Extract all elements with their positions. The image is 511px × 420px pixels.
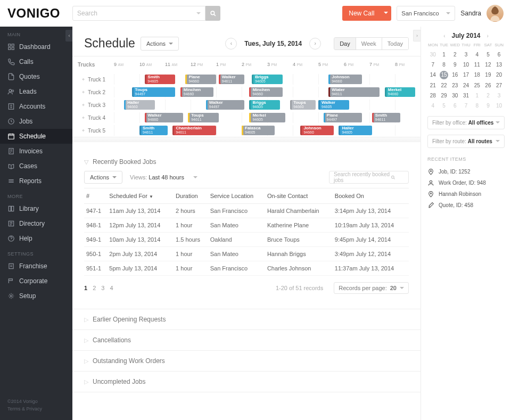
cal-day-30[interactable]: 30 bbox=[449, 90, 460, 101]
page-1[interactable]: 1 bbox=[84, 285, 87, 291]
cal-day-5[interactable]: 5 bbox=[439, 101, 450, 111]
accordion-earlier-opening-requests[interactable]: ▷Earlier Opening Requests bbox=[72, 309, 421, 330]
sidebar-item-leads[interactable]: Leads bbox=[0, 84, 72, 99]
cal-day-25[interactable]: 25 bbox=[472, 80, 483, 90]
gantt-job[interactable]: Chamberlain94611 bbox=[172, 126, 216, 135]
cal-day-8[interactable]: 8 bbox=[472, 101, 483, 111]
search-input[interactable]: Search bbox=[72, 6, 205, 21]
prev-day[interactable]: ‹ bbox=[225, 38, 237, 50]
page-4[interactable]: 4 bbox=[110, 285, 113, 291]
schedule-actions[interactable]: Actions bbox=[141, 37, 179, 51]
cal-day-4[interactable]: 4 bbox=[472, 50, 483, 60]
cal-day-21[interactable]: 21 bbox=[427, 80, 439, 90]
cal-day-1[interactable]: 1 bbox=[472, 90, 483, 101]
col-3[interactable]: Service Location bbox=[208, 188, 265, 204]
cal-day-15[interactable]: 15 bbox=[440, 71, 448, 79]
gantt-job[interactable]: Merkel94605 bbox=[249, 113, 285, 122]
gantt-job[interactable]: Merkel94660 bbox=[385, 87, 416, 97]
cal-day-5[interactable]: 5 bbox=[483, 50, 494, 60]
accordion-cancellations[interactable]: ▷Cancellations bbox=[72, 330, 421, 350]
right-panel-collapse[interactable]: › bbox=[413, 30, 421, 42]
cal-day-3[interactable]: 3 bbox=[460, 50, 472, 60]
accordion-outstanding-work-orders[interactable]: ▷Outstanding Work Orders bbox=[72, 350, 421, 371]
gantt-job[interactable]: Minchen94660 bbox=[180, 87, 213, 97]
gantt-job[interactable]: Smith94611 bbox=[139, 126, 168, 135]
cal-day-8[interactable]: 8 bbox=[439, 60, 450, 70]
gantt-job[interactable]: Toups94611 bbox=[188, 113, 219, 122]
cal-day-30[interactable]: 30 bbox=[427, 50, 439, 60]
col-4[interactable]: On-site Contact bbox=[265, 188, 333, 204]
gantt-job[interactable]: Walker94605 bbox=[318, 100, 349, 110]
sidebar-item-setup[interactable]: Setup bbox=[0, 289, 72, 303]
gantt-job[interactable]: Smith94605 bbox=[145, 75, 176, 84]
new-call-dropdown[interactable] bbox=[381, 6, 391, 21]
page-2[interactable]: 2 bbox=[93, 285, 96, 291]
gantt-job[interactable]: Walker94660 bbox=[145, 113, 183, 122]
gantt-job[interactable]: Walker94497 bbox=[206, 100, 244, 110]
sidebar-item-help[interactable]: Help bbox=[0, 231, 72, 246]
footer-terms[interactable]: Terms & Privacy bbox=[7, 406, 65, 413]
cal-day-7[interactable]: 7 bbox=[427, 60, 439, 70]
page-3[interactable]: 3 bbox=[101, 285, 104, 291]
avatar[interactable] bbox=[487, 5, 504, 22]
gantt-job[interactable]: Briggs94605 bbox=[249, 100, 280, 110]
city-select[interactable]: San Francisco bbox=[397, 6, 455, 21]
cal-day-9[interactable]: 9 bbox=[483, 101, 494, 111]
recent-item[interactable]: Job, ID: 1252 bbox=[427, 166, 505, 177]
col-5[interactable]: Booked On bbox=[333, 188, 409, 204]
cal-day-4[interactable]: 4 bbox=[427, 101, 439, 111]
col-1[interactable]: Scheduled For ▼ bbox=[107, 188, 174, 204]
sidebar-item-cases[interactable]: Cases bbox=[0, 159, 72, 174]
view-tab-today[interactable]: Today bbox=[382, 38, 408, 50]
cal-day-10[interactable]: 10 bbox=[493, 101, 505, 111]
gantt-job[interactable]: Wiater94611 bbox=[328, 87, 380, 97]
records-per-page[interactable]: Records per page: 20 bbox=[334, 282, 409, 294]
search-button[interactable] bbox=[205, 6, 220, 21]
cal-day-23[interactable]: 23 bbox=[449, 80, 460, 90]
cal-day-24[interactable]: 24 bbox=[460, 80, 472, 90]
recent-jobs-views[interactable]: Views: Last 48 hours bbox=[130, 174, 197, 180]
cal-day-2[interactable]: 2 bbox=[449, 50, 460, 60]
gantt-job[interactable]: Toups94660 bbox=[290, 100, 316, 110]
accordion-uncompleted-jobs[interactable]: ▷Uncompleted Jobs bbox=[72, 371, 421, 392]
cal-day-27[interactable]: 27 bbox=[493, 80, 505, 90]
cal-day-6[interactable]: 6 bbox=[449, 101, 460, 111]
recent-jobs-toggle[interactable]: ▽Recently Booked Jobs bbox=[84, 158, 409, 166]
col-2[interactable]: Duration bbox=[174, 188, 208, 204]
recent-item[interactable]: Work Order, ID: 948 bbox=[427, 177, 505, 188]
cal-day-9[interactable]: 9 bbox=[449, 60, 460, 70]
gantt-job[interactable]: Haller94605 bbox=[339, 126, 372, 135]
recent-jobs-search[interactable]: Search recently booked jobs bbox=[329, 171, 409, 184]
cal-day-17[interactable]: 17 bbox=[460, 70, 472, 80]
cal-day-20[interactable]: 20 bbox=[493, 70, 505, 80]
next-day[interactable]: › bbox=[309, 38, 321, 50]
cal-day-19[interactable]: 19 bbox=[483, 70, 494, 80]
col-0[interactable]: # bbox=[84, 188, 107, 204]
sidebar-item-invoices[interactable]: Invoices bbox=[0, 144, 72, 159]
cal-prev[interactable]: ‹ bbox=[443, 33, 445, 39]
sidebar-item-calls[interactable]: Calls bbox=[0, 54, 72, 69]
cal-day-29[interactable]: 29 bbox=[439, 90, 450, 101]
recent-item[interactable]: Quote, ID: 458 bbox=[427, 200, 505, 211]
gantt-job[interactable]: Toups94497 bbox=[132, 87, 176, 97]
cal-day-28[interactable]: 28 bbox=[427, 90, 439, 101]
sidebar-item-dashboard[interactable]: Dashboard bbox=[0, 39, 72, 54]
cal-day-3[interactable]: 3 bbox=[493, 90, 505, 101]
gantt-job[interactable]: Plane94660 bbox=[185, 75, 216, 84]
sidebar-item-schedule[interactable]: Schedule bbox=[0, 129, 72, 144]
cal-day-6[interactable]: 6 bbox=[493, 50, 505, 60]
cal-day-18[interactable]: 18 bbox=[472, 70, 483, 80]
sidebar-item-franchise[interactable]: Franchise bbox=[0, 259, 72, 274]
sidebar-item-library[interactable]: Library bbox=[0, 201, 72, 216]
sidebar-item-reports[interactable]: Reports bbox=[0, 174, 72, 188]
recent-item[interactable]: Hannah Robinson bbox=[427, 188, 505, 200]
cal-day-14[interactable]: 14 bbox=[427, 70, 439, 80]
recent-jobs-actions[interactable]: Actions bbox=[84, 171, 122, 184]
gantt-job[interactable]: Haller94660 bbox=[124, 100, 155, 110]
view-tab-week[interactable]: Week bbox=[356, 38, 382, 50]
table-row[interactable]: 947-111am July 13, 20142 hoursSan Franci… bbox=[84, 204, 409, 218]
new-call-button[interactable]: New Call bbox=[342, 6, 381, 21]
gantt-job[interactable]: Falasca94605 bbox=[242, 126, 275, 135]
sidebar-item-accounts[interactable]: Accounts bbox=[0, 99, 72, 114]
cal-day-2[interactable]: 2 bbox=[483, 90, 494, 101]
